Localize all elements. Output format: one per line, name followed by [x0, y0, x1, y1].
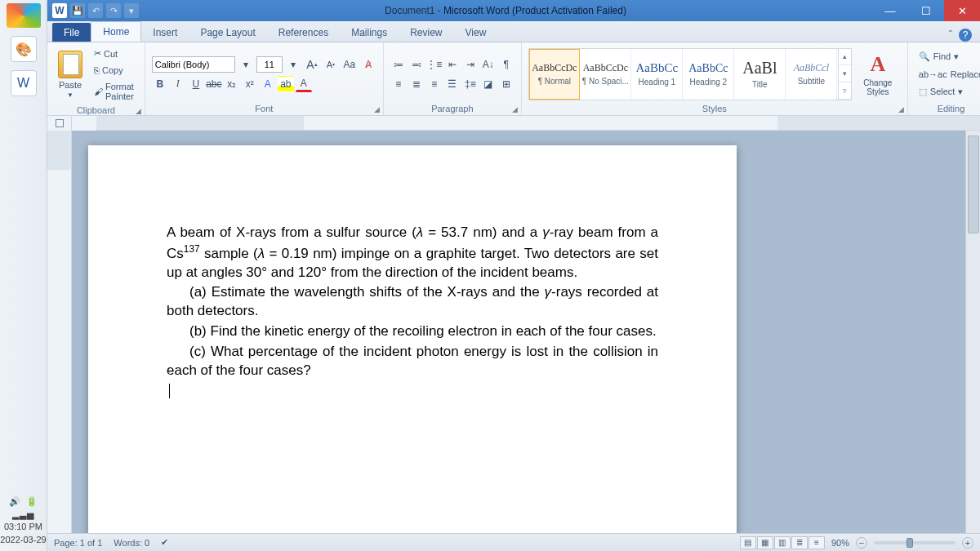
style-no-spacing[interactable]: AaBbCcDc¶ No Spaci...: [581, 49, 631, 100]
clear-formatting-button[interactable]: A̷: [360, 56, 376, 73]
font-color-button[interactable]: A: [296, 76, 312, 92]
print-layout-view[interactable]: ▤: [740, 536, 756, 549]
bold-button[interactable]: B: [152, 76, 168, 92]
line-spacing-button[interactable]: ‡≡: [462, 76, 479, 92]
font-size-dropdown[interactable]: ▾: [285, 56, 301, 73]
horizontal-ruler[interactable]: [96, 116, 980, 131]
scrollbar-thumb[interactable]: [968, 136, 979, 233]
font-size-input[interactable]: [256, 56, 283, 73]
paint-app-icon[interactable]: 🎨: [11, 36, 37, 62]
font-name-input[interactable]: [152, 56, 235, 73]
find-button[interactable]: 🔍 Find ▾: [915, 49, 980, 64]
clock-time[interactable]: 03:10 PM: [0, 521, 47, 533]
qat-customize[interactable]: ▾: [124, 3, 139, 18]
numbering-button[interactable]: ≕: [408, 56, 425, 73]
copy-button[interactable]: ⎘ Copy: [90, 63, 138, 78]
undo-button[interactable]: ↶: [88, 3, 103, 18]
shading-button[interactable]: ◪: [480, 76, 497, 92]
style-title[interactable]: AaBlTitle: [735, 49, 786, 100]
outline-view[interactable]: ≣: [791, 536, 808, 549]
tab-selector[interactable]: [47, 116, 72, 131]
zoom-slider-knob[interactable]: [906, 538, 913, 548]
styles-launcher[interactable]: ◢: [898, 105, 904, 113]
align-center-button[interactable]: ≣: [408, 76, 425, 92]
title-bar: W 💾 ↶ ↷ ▾ Document1 - Microsoft Word (Pr…: [47, 0, 980, 21]
replace-button[interactable]: ab→ac Replace: [915, 67, 980, 82]
clipboard-launcher[interactable]: ◢: [136, 107, 141, 115]
tab-page-layout[interactable]: Page Layout: [189, 23, 266, 42]
tab-insert[interactable]: Insert: [141, 23, 189, 42]
bullets-button[interactable]: ≔: [390, 56, 407, 73]
tab-references[interactable]: References: [267, 23, 340, 42]
clock-date[interactable]: 2022-03-29: [0, 534, 47, 546]
network-icon[interactable]: ▂▃▅: [0, 509, 47, 521]
tab-mailings[interactable]: Mailings: [340, 23, 399, 42]
font-name-dropdown[interactable]: ▾: [238, 56, 254, 73]
highlight-button[interactable]: ab: [278, 76, 294, 92]
zoom-out-button[interactable]: −: [856, 537, 867, 549]
styles-gallery[interactable]: AaBbCcDc¶ Normal AaBbCcDc¶ No Spaci... A…: [528, 48, 852, 100]
page-status[interactable]: Page: 1 of 1: [54, 538, 102, 548]
word-count[interactable]: Words: 0: [114, 538, 149, 548]
tab-file[interactable]: File: [52, 23, 91, 42]
chevron-down-icon: ▼: [67, 91, 74, 99]
minimize-ribbon-icon[interactable]: ˆ: [949, 29, 952, 41]
tab-home[interactable]: Home: [91, 21, 141, 42]
format-painter-button[interactable]: 🖌 Format Painter: [90, 79, 138, 104]
sort-button[interactable]: A↓: [480, 56, 497, 73]
subscript-button[interactable]: x₂: [224, 76, 240, 92]
volume-icon[interactable]: 🔊 🔋: [0, 495, 47, 508]
multilevel-button[interactable]: ⋮≡: [426, 56, 443, 73]
body-text: (b) Find the kinetic energy of the recoi…: [167, 322, 658, 341]
document-area[interactable]: A beam of X-rays from a sulfur source (λ…: [72, 131, 980, 533]
style-normal[interactable]: AaBbCcDc¶ Normal: [529, 49, 580, 100]
style-heading2[interactable]: AaBbCcHeading 2: [684, 49, 734, 100]
spell-check-icon[interactable]: ✔: [161, 537, 168, 548]
font-launcher[interactable]: ◢: [374, 105, 380, 113]
tab-view[interactable]: View: [454, 23, 498, 42]
start-button[interactable]: [7, 3, 41, 28]
change-styles-button[interactable]: A Change Styles: [855, 50, 901, 99]
show-marks-button[interactable]: ¶: [498, 56, 514, 73]
vertical-ruler[interactable]: [47, 131, 72, 533]
style-subtitle[interactable]: AaBbCclSubtitle: [786, 49, 837, 100]
web-layout-view[interactable]: ▥: [774, 536, 791, 549]
align-right-button[interactable]: ≡: [426, 76, 443, 92]
strikethrough-button[interactable]: abc: [206, 76, 222, 92]
redo-button[interactable]: ↷: [106, 3, 121, 18]
styles-gallery-more[interactable]: ▴▾▿: [838, 49, 851, 100]
text-effects-button[interactable]: A: [260, 76, 276, 92]
italic-button[interactable]: I: [170, 76, 186, 92]
save-button[interactable]: 💾: [70, 3, 85, 18]
superscript-button[interactable]: x²: [242, 76, 258, 92]
vertical-scrollbar[interactable]: [965, 131, 980, 533]
increase-indent-button[interactable]: ⇥: [462, 56, 479, 73]
minimize-button[interactable]: —: [872, 0, 908, 21]
change-case-button[interactable]: Aa: [341, 56, 358, 73]
zoom-slider[interactable]: [874, 541, 956, 544]
style-heading1[interactable]: AaBbCcHeading 1: [632, 49, 683, 100]
maximize-button[interactable]: ☐: [908, 0, 944, 21]
justify-button[interactable]: ☰: [444, 76, 461, 92]
full-screen-view[interactable]: ▦: [757, 536, 773, 549]
decrease-indent-button[interactable]: ⇤: [444, 56, 461, 73]
page[interactable]: A beam of X-rays from a sulfur source (λ…: [88, 145, 737, 533]
paste-button[interactable]: Paste ▼: [54, 48, 87, 101]
close-button[interactable]: ✕: [944, 0, 980, 21]
borders-button[interactable]: ⊞: [498, 76, 514, 92]
tab-review[interactable]: Review: [399, 23, 453, 42]
workspace: A beam of X-rays from a sulfur source (λ…: [47, 131, 980, 533]
select-button[interactable]: ⬚ Select ▾: [915, 84, 980, 100]
align-left-button[interactable]: ≡: [390, 76, 407, 92]
body-text: A beam of X-rays from a sulfur source (λ…: [167, 224, 658, 282]
draft-view[interactable]: ≡: [808, 536, 825, 549]
grow-font-button[interactable]: A▴: [304, 56, 320, 73]
shrink-font-button[interactable]: A▾: [323, 56, 339, 73]
paragraph-launcher[interactable]: ◢: [512, 105, 518, 113]
word-app-icon[interactable]: W: [11, 70, 37, 96]
cut-button[interactable]: ✂ Cut: [90, 46, 138, 61]
zoom-in-button[interactable]: +: [962, 537, 973, 549]
underline-button[interactable]: U: [188, 76, 204, 92]
help-icon[interactable]: ?: [959, 29, 972, 42]
zoom-level[interactable]: 90%: [831, 538, 849, 548]
